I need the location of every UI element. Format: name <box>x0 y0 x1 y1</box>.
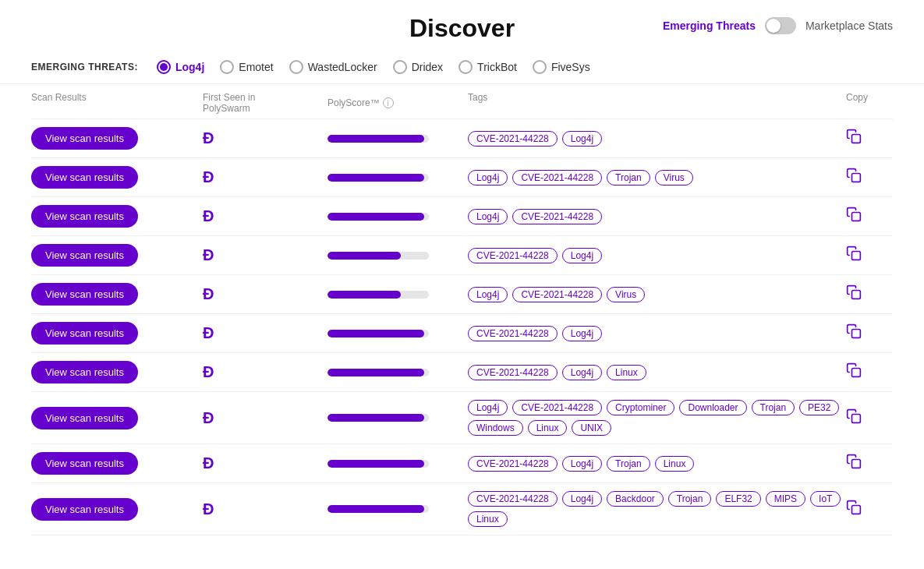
tag[interactable]: UNIX <box>572 420 611 436</box>
copy-icon[interactable] <box>846 503 862 518</box>
tag[interactable]: Trojan <box>668 491 712 507</box>
score-bar-fill <box>327 414 424 422</box>
tag[interactable]: Virus <box>607 287 645 302</box>
copy-icon[interactable] <box>846 171 862 186</box>
radio-item-emotet[interactable]: Emotet <box>220 60 273 74</box>
tag[interactable]: Downloader <box>679 400 746 415</box>
score-bar-fill <box>327 460 424 468</box>
tag[interactable]: Log4j <box>468 287 508 302</box>
view-scan-results-button[interactable]: View scan results <box>31 244 138 267</box>
view-scan-results-button[interactable]: View scan results <box>31 205 138 228</box>
tag[interactable]: IoT <box>810 491 841 507</box>
tag[interactable]: Log4j <box>562 248 602 263</box>
tag[interactable]: MIPS <box>766 491 805 507</box>
tag[interactable]: PE32 <box>799 400 839 415</box>
polyswarm-icon[interactable]: Ð <box>203 409 214 426</box>
polyswarm-icon[interactable]: Ð <box>203 454 214 472</box>
polyswarm-icon[interactable]: Ð <box>203 363 214 380</box>
tag[interactable]: CVE-2021-44228 <box>468 248 558 263</box>
tag[interactable]: CVE-2021-44228 <box>468 456 558 472</box>
tag[interactable]: Log4j <box>562 456 602 472</box>
view-scan-results-button[interactable]: View scan results <box>31 498 138 521</box>
tag[interactable]: Trojan <box>607 170 650 186</box>
score-cell <box>327 505 468 513</box>
score-bar-fill <box>327 252 401 260</box>
tag[interactable]: Cryptominer <box>607 400 674 415</box>
tag[interactable]: Log4j <box>562 326 602 341</box>
emerging-threats-bar: EMERGING THREATS: Log4jEmotetWastedLocke… <box>0 51 924 84</box>
tag[interactable]: Linux <box>468 511 508 527</box>
tag[interactable]: Virus <box>655 170 693 186</box>
tag[interactable]: Linux <box>655 456 695 472</box>
polyswarm-icon[interactable]: Ð <box>203 285 214 302</box>
view-scan-results-button[interactable]: View scan results <box>31 361 138 383</box>
tag[interactable]: Windows <box>468 420 523 436</box>
radio-item-dridex[interactable]: Dridex <box>393 60 443 74</box>
copy-icon[interactable] <box>846 457 862 472</box>
polyscore-info-icon[interactable]: i <box>383 97 394 108</box>
copy-icon[interactable] <box>846 366 862 381</box>
tag[interactable]: CVE-2021-44228 <box>468 365 558 380</box>
radio-item-wastedlocker[interactable]: WastedLocker <box>289 60 377 74</box>
tag[interactable]: Trojan <box>752 400 795 415</box>
radio-item-log4j[interactable]: Log4j <box>157 60 204 74</box>
tag[interactable]: Backdoor <box>607 491 664 507</box>
emerging-threats-link[interactable]: Emerging Threats <box>663 19 756 32</box>
view-scan-results-button[interactable]: View scan results <box>31 322 138 345</box>
copy-icon[interactable] <box>846 412 862 427</box>
tag[interactable]: Log4j <box>562 365 602 380</box>
radio-item-fivesys[interactable]: FiveSys <box>533 60 590 74</box>
radio-label-log4j: Log4j <box>175 61 204 73</box>
copy-icon[interactable] <box>846 249 862 264</box>
tag[interactable]: Log4j <box>562 131 602 147</box>
radio-circle-trickbot <box>458 60 473 74</box>
radio-item-trickbot[interactable]: TrickBot <box>458 60 517 74</box>
tags-cell: CVE-2021-44228Log4jTrojanLinux <box>468 456 846 472</box>
tag[interactable]: CVE-2021-44228 <box>512 170 602 186</box>
view-toggle[interactable] <box>765 17 796 34</box>
tag[interactable]: CVE-2021-44228 <box>512 287 602 302</box>
table-body: View scan resultsÐCVE-2021-44228Log4jVie… <box>31 119 893 535</box>
marketplace-link[interactable]: Marketplace Stats <box>805 19 893 32</box>
copy-icon[interactable] <box>846 210 862 225</box>
polyswarm-icon[interactable]: Ð <box>203 207 214 224</box>
radio-label-emotet: Emotet <box>239 61 273 73</box>
view-scan-results-button[interactable]: View scan results <box>31 452 138 475</box>
score-cell <box>327 414 468 422</box>
copy-icon[interactable] <box>846 288 862 303</box>
score-bar-fill <box>327 505 424 513</box>
view-scan-results-button[interactable]: View scan results <box>31 407 138 429</box>
copy-cell <box>846 168 893 187</box>
table-row: View scan resultsÐLog4jCVE-2021-44228Cry… <box>31 392 893 444</box>
tag[interactable]: CVE-2021-44228 <box>512 209 602 224</box>
polyswarm-icon[interactable]: Ð <box>203 246 214 263</box>
table-row: View scan resultsÐCVE-2021-44228Log4j <box>31 236 893 275</box>
tag[interactable]: Trojan <box>607 456 650 472</box>
tag[interactable]: ELF32 <box>716 491 760 507</box>
tag[interactable]: Log4j <box>562 491 602 507</box>
radio-label-fivesys: FiveSys <box>551 61 590 73</box>
polyswarm-icon[interactable]: Ð <box>203 129 214 147</box>
tag[interactable]: CVE-2021-44228 <box>468 326 558 341</box>
copy-icon[interactable] <box>846 132 862 147</box>
score-cell <box>327 252 468 260</box>
tag[interactable]: CVE-2021-44228 <box>512 400 602 415</box>
tag[interactable]: Log4j <box>468 209 508 224</box>
polyswarm-icon[interactable]: Ð <box>203 500 214 518</box>
scan-btn-cell: View scan results <box>31 361 203 383</box>
polyswarm-icon-cell: Ð <box>203 207 327 225</box>
polyswarm-icon-cell: Ð <box>203 246 327 264</box>
polyswarm-icon[interactable]: Ð <box>203 168 214 186</box>
view-scan-results-button[interactable]: View scan results <box>31 127 138 150</box>
view-scan-results-button[interactable]: View scan results <box>31 166 138 189</box>
tag[interactable]: CVE-2021-44228 <box>468 491 558 507</box>
copy-icon[interactable] <box>846 327 862 342</box>
table-row: View scan resultsÐLog4jCVE-2021-44228 <box>31 197 893 236</box>
tag[interactable]: Log4j <box>468 400 508 415</box>
tag[interactable]: Log4j <box>468 170 508 186</box>
view-scan-results-button[interactable]: View scan results <box>31 283 138 306</box>
polyswarm-icon[interactable]: Ð <box>203 324 214 341</box>
tag[interactable]: Linux <box>528 420 568 436</box>
tag[interactable]: Linux <box>607 365 646 380</box>
tag[interactable]: CVE-2021-44228 <box>468 131 558 147</box>
